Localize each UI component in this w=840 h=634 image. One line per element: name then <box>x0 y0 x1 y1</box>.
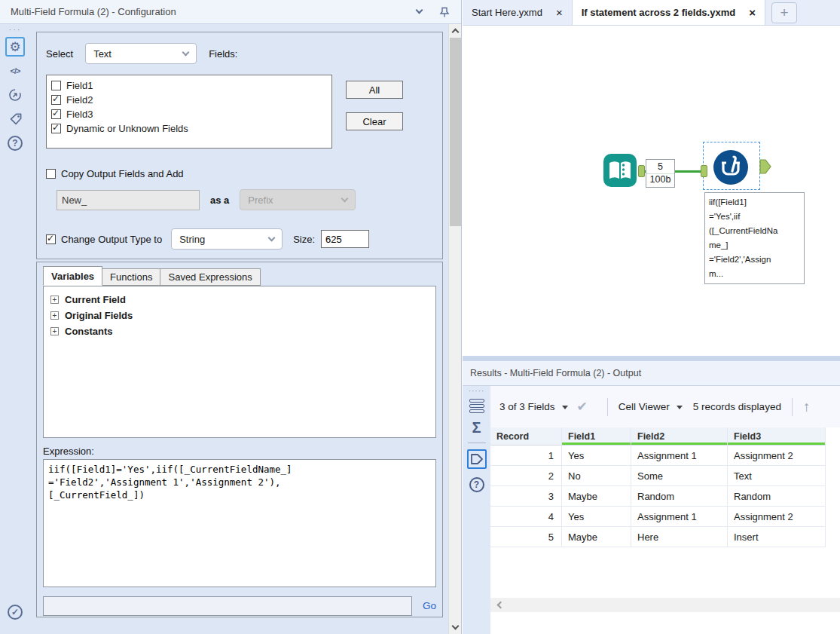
checkbox[interactable] <box>51 109 61 119</box>
table-cell[interactable]: Assignment 1 <box>631 446 728 466</box>
tree-item[interactable]: +Constants <box>50 323 429 339</box>
input-anchor[interactable] <box>701 165 707 177</box>
tab-saved-expressions[interactable]: Saved Expressions <box>160 268 260 286</box>
expand-icon[interactable]: + <box>50 296 59 304</box>
column-header[interactable]: Field3 <box>728 427 826 446</box>
sigma-icon[interactable]: Σ <box>463 419 490 436</box>
tab-functions[interactable]: Functions <box>102 268 160 286</box>
checkbox[interactable] <box>51 124 61 133</box>
text-input-tool[interactable] <box>603 153 637 188</box>
fields-summary-dropdown[interactable]: 3 of 3 Fields <box>499 401 555 412</box>
checkbox[interactable] <box>51 81 61 90</box>
tool-annotation[interactable]: iif([Field1]='Yes',iif([_CurrentFieldNam… <box>704 192 805 284</box>
table-cell[interactable]: Random <box>728 486 826 507</box>
collapse-panel-button[interactable] <box>417 11 422 13</box>
column-header[interactable]: Field1 <box>562 427 631 446</box>
tab-start-here[interactable]: Start Here.yxmd × <box>463 0 573 25</box>
record-number-cell[interactable]: 2 <box>490 466 562 486</box>
field-type-dropdown[interactable]: Text <box>85 43 197 64</box>
tab-if-statement[interactable]: If statement across 2 fields.yxmd × <box>573 0 765 25</box>
close-tab-icon[interactable]: × <box>749 7 756 18</box>
xml-view-button[interactable]: </> <box>5 61 25 81</box>
table-cell[interactable]: Here <box>631 527 728 547</box>
field-checkbox-item[interactable]: Field2 <box>51 93 327 107</box>
table-cell[interactable]: Assignment 1 <box>631 507 728 527</box>
help-button[interactable]: ? <box>5 133 25 153</box>
tab-variables[interactable]: Variables <box>43 266 102 286</box>
pin-panel-button[interactable] <box>438 6 451 18</box>
results-horizontal-scrollbar[interactable] <box>490 598 840 612</box>
tree-item[interactable]: +Original Fields <box>50 308 429 323</box>
caret-down-icon[interactable] <box>677 406 683 409</box>
table-cell[interactable]: Some <box>631 466 728 486</box>
tree-item[interactable]: +Current Field <box>50 292 429 308</box>
output-anchor[interactable] <box>759 159 771 174</box>
annotation-button[interactable] <box>5 109 25 129</box>
config-vertical-scrollbar[interactable] <box>448 24 461 634</box>
change-type-checkbox[interactable] <box>46 234 56 244</box>
field-checkbox-item[interactable]: Field3 <box>51 107 327 121</box>
column-header[interactable]: Record <box>490 427 562 446</box>
go-button[interactable]: Go <box>423 600 436 611</box>
table-cell[interactable]: Text <box>728 466 826 486</box>
record-number-cell[interactable]: 3 <box>490 486 562 507</box>
table-row[interactable]: 1YesAssignment 1Assignment 2 <box>490 446 826 466</box>
table-view-icon[interactable] <box>469 399 484 413</box>
copy-output-row[interactable]: Copy Output Fields and Add <box>46 168 184 179</box>
table-row[interactable]: 3MaybeRandomRandom <box>490 486 826 507</box>
prefix-text-input[interactable] <box>57 190 200 210</box>
table-cell[interactable]: No <box>562 466 631 486</box>
chevron-left-icon[interactable] <box>497 602 505 609</box>
expand-icon[interactable]: + <box>50 327 59 335</box>
table-cell[interactable]: Assignment 2 <box>728 446 826 466</box>
table-cell[interactable]: Yes <box>562 507 631 527</box>
table-cell[interactable]: Assignment 2 <box>728 507 826 527</box>
table-cell[interactable]: Insert <box>728 527 826 547</box>
table-row[interactable]: 2NoSomeText <box>490 466 826 486</box>
clear-button[interactable]: Clear <box>346 112 403 130</box>
apply-button[interactable]: ✓ <box>5 602 25 622</box>
table-cell[interactable]: Maybe <box>562 486 631 507</box>
all-button[interactable]: All <box>346 81 403 99</box>
field-checkbox-item[interactable]: Field1 <box>51 78 327 93</box>
expression-search-input[interactable] <box>43 596 412 616</box>
workflow-canvas[interactable]: 5 100b iif([Field1]='Yes',iif([_CurrentF… <box>463 26 840 356</box>
navigation-button[interactable] <box>5 85 25 105</box>
table-cell[interactable]: Yes <box>562 446 631 466</box>
table-row[interactable]: 5MaybeHereInsert <box>490 527 826 547</box>
table-cell[interactable]: Random <box>631 486 728 507</box>
expand-icon[interactable]: + <box>50 311 59 320</box>
checkbox[interactable] <box>51 95 61 105</box>
size-input[interactable] <box>321 230 369 248</box>
results-help-button[interactable]: ? <box>467 475 487 495</box>
expression-group: Variables Functions Saved Expressions +C… <box>36 262 443 617</box>
table-row[interactable]: 4YesAssignment 1Assignment 2 <box>490 507 826 527</box>
panel-splitter[interactable] <box>463 356 840 361</box>
data-view-button[interactable] <box>467 449 487 469</box>
record-number-cell[interactable]: 1 <box>490 446 562 466</box>
scroll-down-button[interactable] <box>449 621 462 634</box>
scroll-up-button[interactable] <box>449 24 462 37</box>
drag-handle-icon[interactable]: ····· <box>463 387 490 394</box>
new-tab-button[interactable]: + <box>771 2 797 23</box>
multi-field-formula-tool[interactable] <box>713 150 748 185</box>
copy-output-checkbox[interactable] <box>46 169 56 179</box>
close-tab-icon[interactable]: × <box>556 7 563 18</box>
cell-viewer-dropdown[interactable]: Cell Viewer <box>619 401 670 412</box>
expression-editor[interactable]: iif([Field1]='Yes',iif([_CurrentFieldNam… <box>43 459 436 587</box>
drag-handle-icon[interactable]: ··· <box>0 26 30 33</box>
prefix-suffix-dropdown[interactable]: Prefix <box>240 189 356 210</box>
output-type-dropdown[interactable]: String <box>171 228 283 250</box>
field-checkbox-item[interactable]: Dynamic or Unknown Fields <box>51 121 327 136</box>
record-number-cell[interactable]: 5 <box>490 527 562 547</box>
scrollbar-thumb[interactable] <box>450 38 461 226</box>
configuration-tab-button[interactable]: ⚙ <box>5 37 25 57</box>
table-cell[interactable]: Maybe <box>562 527 631 547</box>
connection-record-count[interactable]: 5 100b <box>646 159 675 188</box>
check-icon[interactable]: ✔ <box>577 399 588 415</box>
output-anchor[interactable] <box>638 165 645 177</box>
up-arrow-icon[interactable]: ↑ <box>803 399 811 415</box>
record-number-cell[interactable]: 4 <box>490 507 562 527</box>
caret-down-icon[interactable] <box>562 406 568 409</box>
column-header[interactable]: Field2 <box>631 427 728 446</box>
